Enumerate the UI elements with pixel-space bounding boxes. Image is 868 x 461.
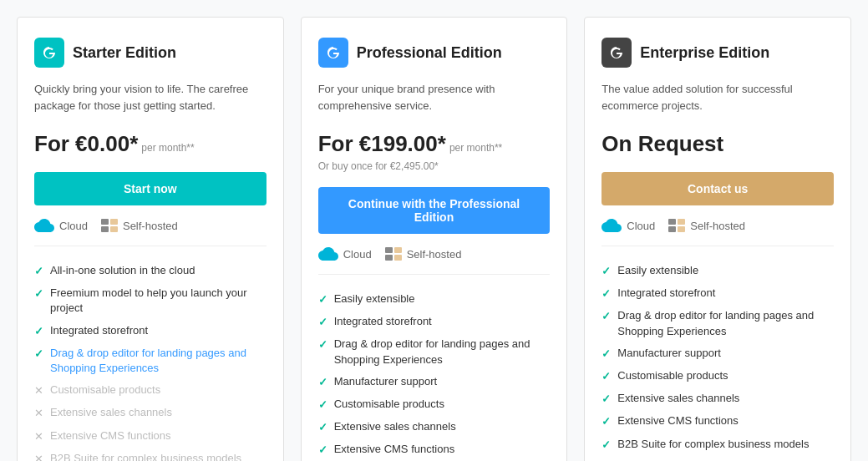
- svg-rect-10: [678, 219, 685, 225]
- price-main-professional: For €199.00*: [318, 131, 446, 156]
- feature-text: Extensive sales channels: [334, 419, 456, 434]
- cloud-hosting-starter: Cloud: [34, 219, 88, 232]
- list-item: ✓Easily extensible: [602, 263, 834, 279]
- selfhosted-icon: [101, 219, 118, 232]
- svg-rect-6: [394, 247, 402, 253]
- svg-rect-8: [668, 219, 676, 225]
- cta-button-starter[interactable]: Start now: [34, 172, 266, 205]
- svg-rect-2: [110, 219, 118, 225]
- list-item: ✓Integrated storefront: [34, 323, 266, 339]
- card-header-starter: Starter Edition: [34, 38, 266, 68]
- feature-text: Integrated storefront: [50, 323, 148, 338]
- cta-button-professional[interactable]: Continue with the Professional Edition: [318, 187, 551, 234]
- check-icon: ✓: [34, 264, 43, 279]
- card-description-starter: Quickly bring your vision to life. The c…: [34, 81, 266, 114]
- cloud-label: Cloud: [59, 220, 88, 232]
- pricing-card-enterprise: Enterprise EditionThe value added soluti…: [584, 17, 851, 461]
- check-icon: ✓: [602, 347, 611, 362]
- list-item: ✓Drag & drop editor for landing pages an…: [318, 337, 551, 367]
- list-item: ✓Integrated storefront: [318, 314, 551, 330]
- feature-text: Drag & drop editor for landing pages and…: [617, 308, 834, 338]
- check-icon: ✓: [318, 315, 327, 330]
- list-item: ✓Extensive CMS functions: [602, 413, 834, 429]
- feature-text: Customisable products: [50, 382, 160, 398]
- pricing-grid: Starter EditionQuickly bring your vision…: [17, 17, 851, 461]
- card-header-professional: Professional Edition: [318, 38, 551, 68]
- cross-icon: ✕: [34, 452, 43, 461]
- check-icon: ✓: [318, 337, 327, 352]
- feature-text: Drag & drop editor for landing pages and…: [50, 346, 266, 376]
- price-alt-professional: Or buy once for €2,495.00*: [318, 160, 551, 172]
- feature-text: Drag & drop editor for landing pages and…: [334, 337, 551, 367]
- self-hosted-enterprise: Self-hosted: [668, 219, 745, 232]
- card-title-starter: Starter Edition: [73, 44, 176, 62]
- check-icon: ✓: [34, 286, 43, 301]
- cloud-icon: [34, 219, 54, 232]
- svg-rect-1: [101, 226, 109, 232]
- cloud-label: Cloud: [343, 248, 372, 261]
- svg-rect-5: [385, 255, 393, 261]
- self-hosted-professional: Self-hosted: [385, 247, 462, 261]
- check-icon: ✓: [602, 392, 611, 407]
- feature-text: Easily extensible: [334, 291, 415, 306]
- check-icon: ✓: [318, 420, 327, 435]
- list-item: ✕Customisable products: [34, 382, 266, 398]
- cloud-icon: [318, 247, 338, 261]
- check-icon: ✓: [602, 414, 611, 429]
- cloud-label: Cloud: [627, 220, 655, 232]
- cloud-hosting-professional: Cloud: [318, 247, 372, 261]
- check-icon: ✓: [602, 286, 611, 301]
- svg-rect-0: [101, 219, 109, 225]
- svg-rect-3: [110, 226, 118, 232]
- list-item: ✕B2B Suite for complex business models: [34, 451, 266, 461]
- list-item: ✓Extensive sales channels: [318, 419, 551, 435]
- list-item: ✓B2B Suite for complex business models: [602, 437, 834, 453]
- price-area-starter: For €0.00*per month**: [34, 131, 266, 157]
- feature-text: Customisable products: [617, 368, 728, 383]
- list-item: ✓Extensive CMS functions: [318, 442, 551, 458]
- feature-text: Customisable products: [334, 397, 444, 412]
- svg-rect-9: [668, 226, 676, 232]
- check-icon: ✓: [602, 264, 611, 279]
- cloud-icon: [602, 219, 622, 232]
- feature-text: Freemium model to help you launch your p…: [50, 286, 266, 316]
- features-list-starter: ✓All-in-one solution in the cloud✓Freemi…: [34, 263, 266, 461]
- check-icon: ✓: [34, 324, 43, 339]
- check-icon: ✓: [602, 438, 611, 453]
- card-title-enterprise: Enterprise Edition: [640, 44, 769, 62]
- check-icon: ✓: [318, 375, 327, 390]
- check-icon: ✓: [318, 398, 327, 413]
- price-main-starter: For €0.00*: [34, 131, 138, 156]
- list-item: ✕Extensive sales channels: [34, 405, 266, 421]
- feature-text: All-in-one solution in the cloud: [50, 263, 195, 278]
- list-item: ✕Extensive CMS functions: [34, 428, 266, 444]
- svg-rect-11: [678, 226, 685, 232]
- hosting-icons-starter: Cloud Self-hosted: [34, 219, 266, 246]
- cta-button-enterprise[interactable]: Contact us: [602, 172, 834, 205]
- card-header-enterprise: Enterprise Edition: [602, 38, 834, 68]
- price-period-professional: per month**: [449, 142, 502, 154]
- pricing-card-starter: Starter EditionQuickly bring your vision…: [17, 17, 284, 461]
- card-icon-enterprise: [602, 38, 632, 68]
- feature-text: B2B Suite for complex business models: [617, 437, 809, 452]
- feature-text: B2B Suite for complex business models: [50, 451, 241, 461]
- feature-text: Extensive sales channels: [50, 405, 172, 420]
- feature-text: Integrated storefront: [617, 286, 715, 301]
- self-hosted-starter: Self-hosted: [101, 219, 178, 232]
- cross-icon: ✕: [34, 383, 43, 398]
- list-item: ✓Freemium model to help you launch your …: [34, 286, 266, 316]
- feature-text: Manufacturer support: [617, 346, 721, 361]
- features-list-professional: ✓Easily extensible✓Integrated storefront…: [318, 291, 551, 461]
- check-icon: ✓: [602, 309, 611, 324]
- card-description-enterprise: The value added solution for successful …: [602, 81, 834, 114]
- selfhosted-icon: [668, 219, 685, 232]
- list-item: ✓Manufacturer support: [602, 346, 834, 362]
- feature-text: Extensive sales channels: [617, 391, 739, 406]
- svg-rect-7: [394, 255, 402, 261]
- list-item: ✓All-in-one solution in the cloud: [34, 263, 266, 279]
- list-item: ✓Easily extensible: [318, 291, 551, 307]
- pricing-card-professional: Professional EditionFor your unique bran…: [301, 17, 568, 461]
- feature-text: Manufacturer support: [334, 374, 438, 389]
- price-area-enterprise: On Request: [602, 131, 834, 157]
- price-area-professional: For €199.00*per month**Or buy once for €…: [318, 131, 551, 172]
